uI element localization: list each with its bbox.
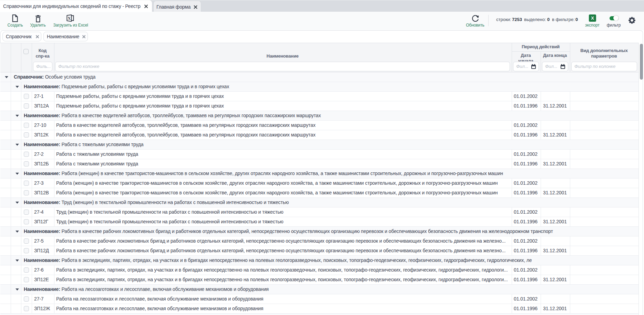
svg-text:X: X xyxy=(68,16,71,21)
